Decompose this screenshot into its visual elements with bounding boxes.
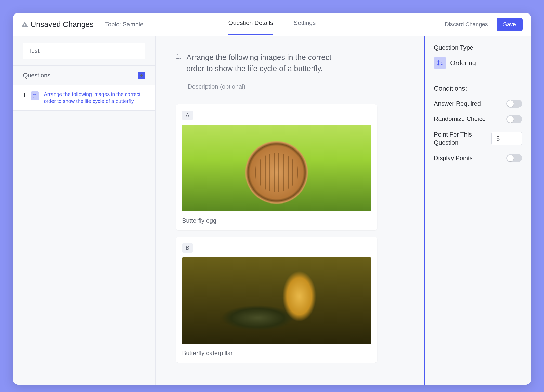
points-label: Point For This Question: [434, 130, 486, 147]
divider: [425, 77, 531, 77]
sidebar: Questions + 1 Arrange the following imag…: [13, 36, 156, 385]
question-prompt-number: 1.: [176, 52, 182, 60]
display-points-label: Display Points: [434, 154, 473, 162]
header-left: Unsaved Changes Topic: Sample: [21, 20, 144, 29]
right-panel: Question Type Ordering Conditions: Answe…: [424, 36, 531, 385]
question-list-item[interactable]: 1 Arrange the following images in the co…: [13, 85, 155, 111]
app-window: Unsaved Changes Topic: Sample Question D…: [13, 13, 531, 385]
choice-letter: A: [182, 111, 193, 120]
randomize-choice-toggle[interactable]: [506, 115, 522, 123]
question-prompt-text[interactable]: Arrange the following images in the corr…: [186, 52, 349, 74]
choice-caption[interactable]: Butterfly egg: [182, 217, 371, 224]
choice-image-butterfly-egg: [182, 125, 371, 211]
tabs: Question Details Settings: [228, 19, 316, 30]
unsaved-changes-indicator: Unsaved Changes: [21, 20, 94, 29]
topic-label: Topic: Sample: [105, 21, 144, 28]
question-number: 1: [23, 92, 26, 99]
display-points-toggle[interactable]: [506, 154, 522, 162]
condition-display-points-row: Display Points: [434, 154, 522, 162]
warning-icon: [21, 21, 28, 28]
answer-required-toggle[interactable]: [506, 100, 522, 108]
choice-card-b[interactable]: B Butterfly caterpillar: [176, 237, 377, 363]
choice-card-a[interactable]: A Butterfly egg: [176, 104, 377, 230]
main-content: 1. Arrange the following images in the c…: [156, 36, 424, 385]
question-type-name: Ordering: [450, 59, 476, 67]
discard-changes-button[interactable]: Discard Changes: [445, 21, 488, 28]
conditions-heading: Conditions:: [434, 85, 522, 92]
quiz-title-block: [13, 36, 155, 66]
choice-letter: B: [182, 243, 193, 253]
divider: [99, 20, 99, 29]
tab-settings[interactable]: Settings: [294, 19, 316, 35]
points-input[interactable]: [491, 132, 522, 145]
unsaved-changes-label: Unsaved Changes: [31, 20, 94, 29]
header-right: Discard Changes Save: [445, 18, 523, 31]
questions-label: Questions: [23, 72, 50, 79]
condition-randomize-row: Randomize Choice: [434, 115, 522, 123]
question-summary-text: Arrange the following images in the corr…: [44, 91, 145, 105]
choice-image-butterfly-caterpillar: [182, 257, 371, 344]
question-description-placeholder[interactable]: Description (optional): [188, 83, 404, 90]
randomize-choice-label: Randomize Choice: [434, 115, 486, 123]
question-type-heading: Question Type: [434, 44, 522, 51]
answer-required-label: Answer Required: [434, 100, 481, 108]
condition-answer-required-row: Answer Required: [434, 100, 522, 108]
header-bar: Unsaved Changes Topic: Sample Question D…: [13, 13, 531, 36]
questions-header: Questions +: [13, 66, 155, 85]
quiz-title-input[interactable]: [23, 43, 145, 59]
condition-points-row: Point For This Question: [434, 130, 522, 147]
plus-icon: +: [140, 72, 143, 78]
save-button[interactable]: Save: [497, 18, 523, 31]
choice-caption[interactable]: Butterfly caterpillar: [182, 349, 371, 357]
ordering-icon: [31, 91, 39, 100]
ordering-icon: [434, 57, 446, 69]
tab-question-details[interactable]: Question Details: [228, 19, 273, 35]
question-prompt-row: 1. Arrange the following images in the c…: [176, 52, 404, 74]
body: Questions + 1 Arrange the following imag…: [13, 36, 531, 385]
add-question-button[interactable]: +: [138, 72, 145, 79]
question-type-row[interactable]: Ordering: [434, 57, 522, 69]
